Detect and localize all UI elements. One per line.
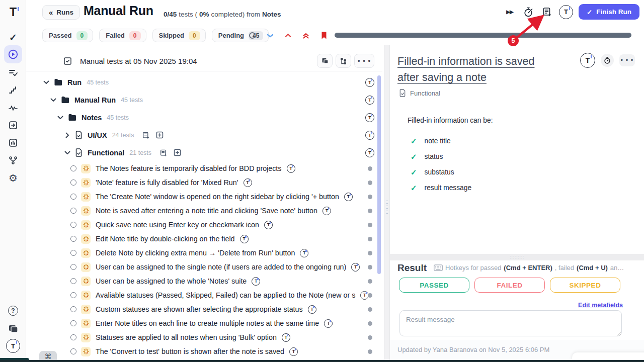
test-status-circle-icon[interactable] — [70, 348, 76, 354]
test-row[interactable]: The Notes feature is temporarily disable… — [26, 161, 382, 175]
chevron-down-icon[interactable] — [63, 151, 71, 155]
tree-row[interactable]: UI/UX 24 tests T — [26, 126, 382, 144]
filter-chip[interactable]: Passed 0 — [42, 29, 93, 42]
assignee-avatar[interactable]: T — [264, 221, 273, 229]
test-title[interactable]: Custom statuses are shown after selectin… — [96, 305, 303, 313]
add-test-icon[interactable] — [174, 149, 181, 156]
assignee-avatar[interactable]: T — [324, 319, 333, 328]
rail-help-item[interactable]: ? — [0, 305, 26, 317]
result-message-input[interactable] — [399, 310, 622, 336]
add-note-button[interactable] — [540, 6, 553, 19]
tree-row[interactable]: Functional 21 tests T — [26, 144, 382, 161]
filter-chip[interactable]: Skipped 0 — [152, 29, 206, 42]
tree-view-button[interactable] — [336, 54, 351, 68]
rail-milestones-item[interactable] — [0, 84, 26, 97]
assignee-avatar[interactable]: T — [300, 249, 308, 257]
assignee-avatar[interactable]: T — [282, 333, 290, 342]
test-title[interactable]: The 'Convert to test' button is shown af… — [96, 347, 284, 355]
test-row[interactable]: The 'Convert to test' button is shown af… — [26, 344, 382, 358]
priority-high-filter-button[interactable] — [285, 33, 291, 38]
test-title[interactable]: Enter Note titles on each line to create… — [96, 319, 319, 327]
test-row[interactable]: Statuses are applied to all notes when u… — [26, 330, 382, 344]
more-options-button[interactable]: • • • — [619, 54, 635, 66]
edit-metafields-link[interactable]: Edit metafields — [578, 302, 623, 309]
assignee-avatar[interactable]: T — [351, 263, 360, 272]
rail-import-item[interactable] — [0, 119, 26, 131]
copy-view-button[interactable] — [317, 54, 333, 68]
rail-reports-item[interactable] — [0, 137, 26, 149]
status-button[interactable]: SKIPPED — [550, 278, 620, 293]
test-status-circle-icon[interactable] — [70, 278, 76, 284]
chevron-down-icon[interactable] — [56, 116, 64, 120]
assignee-avatar[interactable]: T — [289, 347, 298, 356]
assignee-avatar[interactable]: T — [244, 178, 252, 187]
suite-tag[interactable]: Functional — [399, 89, 440, 97]
priority-critical-filter-button[interactable] — [302, 32, 309, 39]
assignee-avatar[interactable]: T — [240, 235, 249, 243]
assignee-avatar[interactable]: T — [344, 193, 353, 201]
test-row[interactable]: User can be assigned to the whole 'Notes… — [26, 274, 382, 288]
result-splitter-horizontal[interactable]: ∙∙∙∙∙∙∙∙∙∙∙∙∙∙∙∙∙∙ — [390, 254, 644, 260]
assignee-avatar[interactable]: T — [252, 277, 260, 286]
test-row[interactable]: Note is saved after entering a note titl… — [26, 204, 382, 218]
assignee-avatar[interactable]: T — [308, 305, 316, 314]
test-row[interactable]: Delete Note by clicking extra menu → 'De… — [26, 246, 382, 260]
test-status-circle-icon[interactable] — [70, 222, 76, 228]
panel-splitter-vertical[interactable]: ............ — [384, 45, 390, 360]
assignee-avatar[interactable]: T — [365, 96, 374, 105]
rail-runs-item-active[interactable] — [4, 45, 22, 63]
left-panel-scrollbar[interactable] — [377, 75, 381, 274]
status-circle-filter-button[interactable] — [249, 32, 256, 39]
test-title[interactable]: Quick save note using Enter key or check… — [96, 221, 259, 229]
test-status-circle-icon[interactable] — [70, 264, 76, 270]
note-add-icon[interactable] — [142, 131, 150, 139]
user-avatar[interactable]: T — [559, 5, 573, 19]
test-title[interactable]: The Notes feature is temporarily disable… — [96, 164, 282, 172]
test-row[interactable]: Enter Note titles on each line to create… — [26, 316, 382, 330]
assignee-avatar[interactable]: T — [287, 164, 295, 173]
test-status-circle-icon[interactable] — [70, 236, 76, 242]
test-row[interactable]: The 'Create Note' window is opened on th… — [26, 190, 382, 204]
rail-plans-item[interactable] — [0, 67, 26, 79]
test-detail-title[interactable]: Filled-in information is saved after sav… — [397, 53, 551, 86]
assignee-avatar[interactable]: T — [365, 113, 374, 122]
test-status-circle-icon[interactable] — [70, 306, 76, 312]
skip-all-button[interactable]: ▶▶ — [503, 6, 516, 19]
tree-row[interactable]: Run 45 tests T — [26, 73, 382, 91]
status-button[interactable]: FAILED — [474, 278, 545, 293]
test-status-circle-icon[interactable] — [70, 165, 76, 171]
test-status-circle-icon[interactable] — [70, 320, 76, 326]
test-title[interactable]: The 'Create Note' window is opened on th… — [96, 193, 339, 201]
rail-branches-item[interactable] — [0, 154, 26, 166]
test-title[interactable]: User can be assigned to the single note … — [96, 263, 346, 271]
test-status-circle-icon[interactable] — [70, 179, 76, 186]
timer-button[interactable] — [522, 6, 535, 19]
status-button[interactable]: PASSED — [399, 278, 469, 293]
bookmark-filter-button[interactable] — [320, 31, 328, 40]
priority-low-filter-button[interactable] — [267, 33, 274, 38]
finish-run-button[interactable]: ✓ Finish Run — [579, 4, 639, 20]
test-row[interactable]: 'Note' feature is fully disabled for 'Mi… — [26, 175, 382, 190]
assignee-avatar[interactable]: T — [365, 131, 374, 140]
more-options-button[interactable]: • • • — [354, 54, 374, 68]
test-row[interactable]: User can be assigned to the single note … — [26, 260, 382, 274]
add-test-icon[interactable] — [156, 131, 164, 139]
rail-tests-item[interactable]: ✓ — [0, 31, 26, 43]
note-add-icon[interactable] — [159, 149, 168, 157]
test-row[interactable]: Avaliable statuses (Passed, Skipped, Fai… — [26, 288, 382, 302]
test-status-circle-icon[interactable] — [70, 194, 76, 200]
rail-pulse-item[interactable] — [0, 102, 26, 114]
assignee-avatar[interactable]: T — [365, 78, 374, 87]
assignee-avatar[interactable]: T — [323, 207, 331, 215]
test-title[interactable]: Delete Note by clicking extra menu → 'De… — [96, 249, 295, 257]
test-row[interactable]: Custom statuses are shown after selectin… — [26, 302, 382, 316]
tree-row[interactable]: Manual Run 45 tests T — [26, 91, 382, 109]
test-title[interactable]: 'Note' feature is fully disabled for 'Mi… — [96, 178, 238, 187]
rail-projects-item[interactable] — [0, 322, 26, 335]
test-row[interactable]: Edit Note title by double-clicking on th… — [26, 232, 382, 246]
test-row[interactable]: Quick save note using Enter key or check… — [26, 218, 382, 232]
rail-account-avatar[interactable]: T — [0, 339, 26, 353]
tree-row[interactable]: Notes 45 tests T — [26, 109, 382, 126]
test-title[interactable]: User can be assigned to the whole 'Notes… — [96, 277, 247, 285]
test-title[interactable]: Avaliable statuses (Passed, Skipped, Fai… — [96, 291, 355, 299]
